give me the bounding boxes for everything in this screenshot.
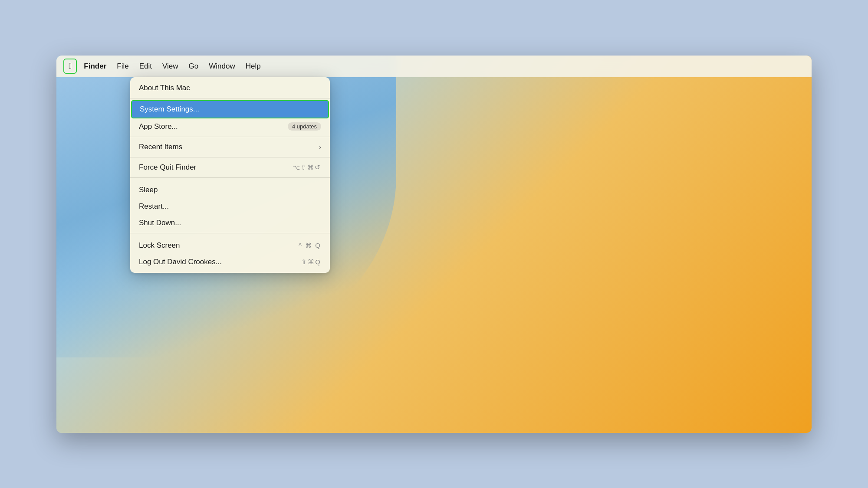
sleep-item[interactable]: Sleep <box>130 182 330 198</box>
force-quit-label: Force Quit Finder <box>139 163 196 172</box>
menubar-edit[interactable]: Edit <box>134 60 157 72</box>
divider-1 <box>130 98 330 98</box>
system-settings-label: System Settings... <box>140 105 199 114</box>
log-out-label: Log Out David Crookes... <box>139 258 222 266</box>
app-store-badge: 4 updates <box>288 122 321 131</box>
menubar-view[interactable]: View <box>157 60 184 72</box>
divider-4 <box>130 177 330 178</box>
apple-dropdown-menu: About This Mac System Settings... App St… <box>130 77 330 273</box>
shutdown-label: Shut Down... <box>139 219 181 227</box>
menubar-go[interactable]: Go <box>184 60 204 72</box>
menubar:  Finder File Edit View Go Window Help <box>56 56 812 77</box>
menubar-help[interactable]: Help <box>240 60 266 72</box>
divider-3 <box>130 157 330 157</box>
apple-menu-button[interactable]:  <box>63 59 77 74</box>
app-store-label: App Store... <box>139 122 178 131</box>
about-this-mac-item[interactable]: About This Mac <box>130 80 330 96</box>
lock-screen-label: Lock Screen <box>139 241 180 250</box>
lock-screen-item[interactable]: Lock Screen ^ ⌘ Q <box>130 237 330 254</box>
restart-label: Restart... <box>139 202 169 211</box>
force-quit-item[interactable]: Force Quit Finder ⌥⇧⌘↺ <box>130 159 330 176</box>
recent-items-item[interactable]: Recent Items › <box>130 139 330 155</box>
divider-5 <box>130 233 330 233</box>
app-store-item[interactable]: App Store... 4 updates <box>130 118 330 135</box>
menubar-finder[interactable]: Finder <box>79 60 112 72</box>
force-quit-shortcut: ⌥⇧⌘↺ <box>293 164 321 171</box>
restart-item[interactable]: Restart... <box>130 198 330 215</box>
recent-items-chevron-icon: › <box>319 144 321 151</box>
menubar-file[interactable]: File <box>112 60 134 72</box>
system-settings-item[interactable]: System Settings... <box>131 100 329 118</box>
lock-screen-shortcut: ^ ⌘ Q <box>299 242 321 249</box>
menubar-window[interactable]: Window <box>204 60 240 72</box>
divider-2 <box>130 137 330 137</box>
recent-items-label: Recent Items <box>139 143 182 151</box>
log-out-shortcut: ⇧⌘Q <box>301 258 321 266</box>
about-this-mac-label: About This Mac <box>139 84 190 92</box>
sleep-label: Sleep <box>139 186 158 194</box>
log-out-item[interactable]: Log Out David Crookes... ⇧⌘Q <box>130 254 330 270</box>
desktop:  Finder File Edit View Go Window Help A… <box>56 56 812 433</box>
shutdown-item[interactable]: Shut Down... <box>130 215 330 231</box>
